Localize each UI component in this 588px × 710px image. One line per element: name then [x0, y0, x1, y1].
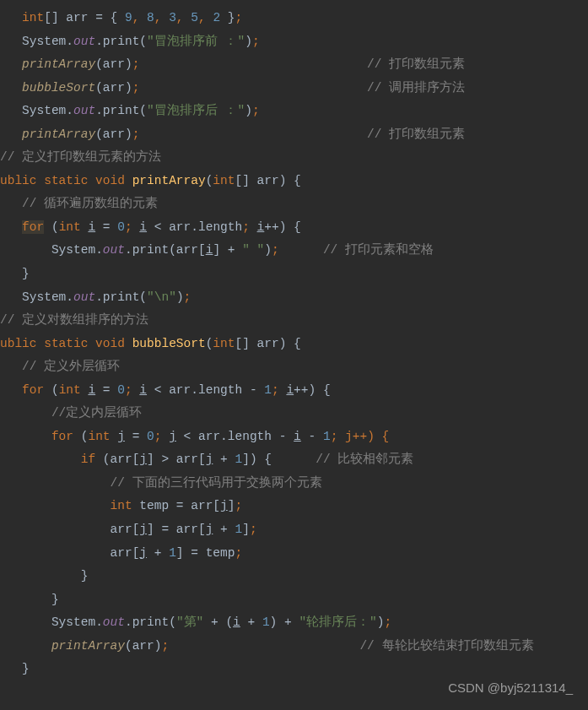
method-call: bubbleSort — [22, 81, 95, 95]
watermark: CSDN @byj5211314_ — [448, 676, 573, 701]
keyword-for: for — [22, 220, 44, 234]
method-call: printArray — [22, 57, 95, 71]
method-def: printArray — [132, 174, 206, 187]
method-def: bubbleSort — [132, 337, 206, 350]
keyword: int — [22, 11, 44, 24]
comment: // 打印数组元素 — [367, 57, 465, 71]
code-block: int[] arr = { 9, 8, 3, 5, 2 }; System.ou… — [0, 0, 588, 681]
